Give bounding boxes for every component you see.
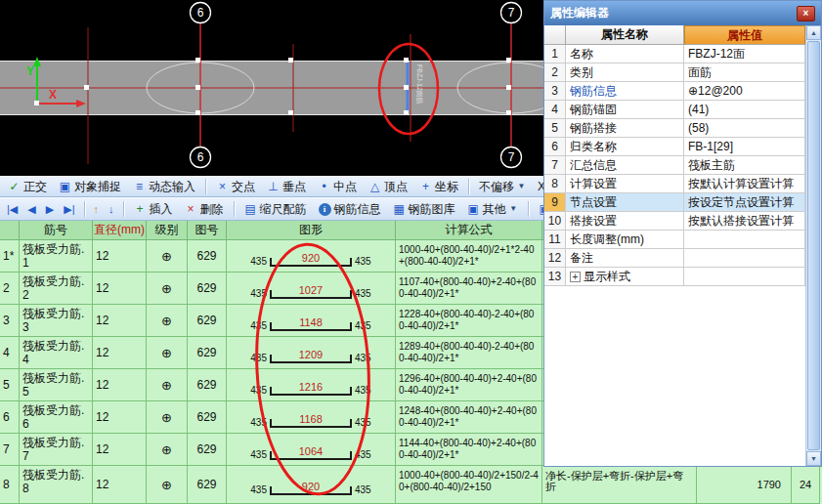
ortho-toggle[interactable]: ✓正交 — [3, 178, 52, 196]
property-value[interactable]: 按默认计算设置计算 — [684, 175, 805, 193]
row-number[interactable]: 1* — [0, 240, 20, 273]
row-number[interactable]: 5 — [0, 369, 20, 401]
bar-figure-no[interactable]: 629 — [188, 369, 227, 401]
property-name[interactable]: 搭接设置 — [566, 212, 684, 231]
bar-diameter[interactable]: 12 — [93, 401, 147, 434]
bar-name[interactable]: 筏板受力筋.6 — [20, 401, 93, 434]
calc-formula[interactable]: 1289-40+(800-40-40)-2-40+(800-40-40)/2+1… — [396, 337, 542, 369]
row-number[interactable]: 4 — [0, 337, 20, 369]
property-value[interactable]: ⊕12@200 — [684, 82, 805, 101]
scroll-up-icon[interactable]: ▲ — [806, 25, 821, 40]
property-header-value[interactable]: 属性值 — [684, 25, 805, 45]
bar-name[interactable]: 筏板受力筋.2 — [20, 273, 93, 305]
bar-name[interactable]: 筏板受力筋.7 — [20, 434, 93, 466]
calc-formula[interactable]: 1228-40+(800-40-40)-2-40+(800-40-40)/2+1… — [396, 305, 542, 337]
property-value[interactable]: 按设定节点设置计算 — [684, 193, 805, 212]
rebar-gallery-button[interactable]: ▦钢筋图库 — [388, 200, 460, 219]
bar-count[interactable]: 24 — [792, 466, 820, 504]
bar-shape-cell[interactable]: 4351064435 — [227, 434, 396, 466]
cad-viewport[interactable]: 6 7 6 7 Y X — [0, 0, 543, 176]
dynamic-input-button[interactable]: ≡动态输入 — [128, 178, 200, 196]
calc-formula[interactable]: 1000-40+(800-40-40)/2+1*2-40+(800-40-40)… — [396, 240, 542, 273]
bar-shape-cell[interactable]: 4351216435 — [227, 369, 396, 401]
bar-diameter[interactable]: 12 — [93, 305, 147, 337]
property-name[interactable]: 钢筋搭接 — [566, 119, 684, 138]
scale-rebar-button[interactable]: ▤缩尺配筋 — [239, 200, 312, 219]
move-up-button[interactable]: ↑ — [90, 202, 104, 216]
property-name[interactable]: 归类名称 — [566, 138, 684, 156]
bar-figure-no[interactable]: 629 — [188, 273, 227, 305]
bar-level[interactable]: ⊕ — [147, 401, 188, 434]
property-header-name[interactable]: 属性名称 — [566, 25, 684, 45]
property-name[interactable]: 长度调整(mm) — [566, 231, 684, 249]
rebar-info-button[interactable]: i钢筋信息 — [314, 200, 386, 219]
bar-diameter[interactable]: 12 — [93, 434, 147, 466]
property-name[interactable]: 节点设置 — [566, 193, 684, 212]
bar-figure-no[interactable]: 629 — [188, 337, 227, 369]
scrollbar-thumb[interactable] — [807, 41, 820, 450]
bar-diameter[interactable]: 12 — [93, 369, 147, 401]
bar-level[interactable]: ⊕ — [147, 240, 188, 273]
bar-level[interactable]: ⊕ — [147, 369, 188, 401]
calc-formula[interactable]: 1144-40+(800-40-40)+2-40+(800-40-40)/2+1… — [396, 434, 542, 466]
row-number[interactable]: 8 — [0, 466, 20, 504]
move-down-button[interactable]: ↓ — [105, 202, 118, 216]
bar-figure-no[interactable]: 629 — [188, 240, 227, 273]
bar-name[interactable]: 筏板受力筋.1 — [20, 240, 93, 273]
next-row-button[interactable]: ▶ — [42, 202, 58, 217]
bar-shape-cell[interactable]: 4351027435 — [227, 273, 396, 305]
offset-dropdown[interactable]: 不偏移▼ — [474, 178, 531, 196]
property-value[interactable] — [684, 231, 805, 249]
property-scrollbar[interactable]: ▲ ▼ — [805, 25, 821, 466]
property-value[interactable]: FBZJ-12面 — [684, 45, 805, 63]
prev-row-button[interactable]: ◀ — [23, 202, 39, 217]
object-snap-button[interactable]: ▣对象捕捉 — [54, 178, 126, 196]
property-value[interactable]: (41) — [684, 101, 805, 119]
property-name[interactable]: 汇总信息 — [566, 156, 684, 175]
row-number[interactable]: 3 — [0, 305, 20, 337]
bar-diameter[interactable]: 12 — [93, 240, 147, 273]
bar-name[interactable]: 筏板受力筋.8 — [20, 466, 93, 504]
property-value[interactable]: 筏板主筋 — [684, 156, 805, 175]
midpoint-snap-button[interactable]: •中点 — [313, 178, 362, 196]
bar-shape-cell[interactable]: 4351168435 — [227, 401, 396, 434]
property-value[interactable]: 按默认搭接设置计算 — [684, 212, 805, 231]
bar-diameter[interactable]: 12 — [93, 273, 147, 305]
property-name[interactable]: 钢筋锚固 — [566, 101, 684, 119]
bar-figure-no[interactable]: 629 — [188, 305, 227, 337]
property-value[interactable]: (58) — [684, 119, 805, 138]
property-value[interactable] — [684, 268, 805, 286]
formula-desc[interactable]: 净长-保护层+弯折-保护层+弯折 — [542, 466, 697, 504]
bar-figure-no[interactable]: 629 — [188, 466, 227, 504]
vertex-snap-button[interactable]: △顶点 — [364, 178, 412, 196]
first-row-button[interactable]: |◀ — [3, 202, 22, 217]
bar-length[interactable]: 1790 — [697, 466, 792, 504]
calc-formula[interactable]: 1000-40+(800-40-40)/2+150/2-40+(800-40-4… — [396, 466, 542, 504]
property-value[interactable]: 面筋 — [684, 63, 805, 82]
property-name[interactable]: 备注 — [566, 249, 684, 268]
bar-level[interactable]: ⊕ — [147, 337, 188, 369]
bar-shape-cell[interactable]: 435920435 — [227, 240, 396, 273]
bar-diameter[interactable]: 12 — [93, 466, 147, 504]
property-name[interactable]: 计算设置 — [566, 175, 684, 193]
perpendicular-snap-button[interactable]: ⊥垂点 — [262, 178, 311, 196]
bar-diameter[interactable]: 12 — [93, 337, 147, 369]
bar-level[interactable]: ⊕ — [147, 305, 188, 337]
bar-shape-cell[interactable]: 435920435 — [227, 466, 396, 504]
bar-shape-cell[interactable]: 4351209435 — [227, 337, 396, 369]
property-value[interactable]: FB-1[29] — [684, 138, 805, 156]
expand-icon[interactable]: + — [570, 272, 581, 282]
property-name[interactable]: 类别 — [566, 63, 684, 82]
property-name[interactable]: 钢筋信息 — [566, 82, 684, 101]
header-diameter[interactable]: 直径(mm) — [93, 221, 147, 240]
header-level[interactable]: 级别 — [147, 221, 188, 240]
property-value[interactable] — [684, 249, 805, 268]
header-figure-no[interactable]: 图号 — [188, 221, 227, 240]
other-menu-button[interactable]: ▣其他▼ — [462, 200, 523, 219]
bar-level[interactable]: ⊕ — [147, 273, 188, 305]
bar-level[interactable]: ⊕ — [147, 466, 188, 504]
row-number[interactable]: 6 — [0, 401, 20, 434]
bar-figure-no[interactable]: 629 — [188, 434, 227, 466]
bar-name[interactable]: 筏板受力筋.4 — [20, 337, 93, 369]
calc-formula[interactable]: 1296-40+(800-40-40)+2-40+(800-40-40)/2+1… — [396, 369, 542, 401]
